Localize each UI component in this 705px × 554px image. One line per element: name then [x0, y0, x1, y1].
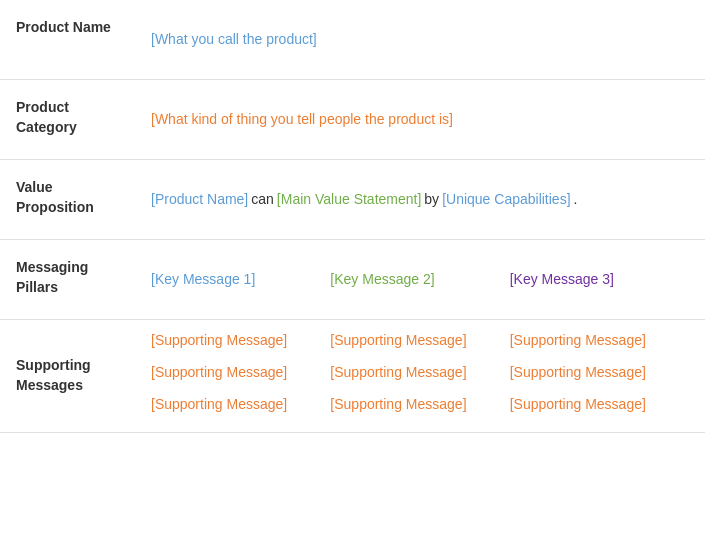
- product-category-row: Product Category [What kind of thing you…: [0, 80, 705, 160]
- vp-by: by: [424, 188, 439, 210]
- vp-main-value: [Main Value Statement]: [277, 188, 421, 210]
- vp-unique-cap: [Unique Capabilities]: [442, 188, 570, 210]
- pillar-1: [Key Message 1]: [151, 268, 330, 290]
- main-table: Product Name [What you call the product]…: [0, 0, 705, 433]
- supporting-3-3: [Supporting Message]: [510, 396, 689, 412]
- value-proposition-label: Value Proposition: [0, 160, 135, 239]
- supporting-1-3: [Supporting Message]: [510, 332, 689, 348]
- pillars-container: [Key Message 1] [Key Message 2] [Key Mes…: [151, 268, 689, 290]
- supporting-3-1: [Supporting Message]: [151, 396, 330, 412]
- supporting-row-2: [Supporting Message] [Supporting Message…: [151, 356, 689, 388]
- supporting-2-3: [Supporting Message]: [510, 364, 689, 380]
- value-proposition-value: [Product Name] can [Main Value Statement…: [135, 160, 705, 239]
- value-proposition-text: [Product Name] can [Main Value Statement…: [151, 188, 577, 210]
- supporting-row-3: [Supporting Message] [Supporting Message…: [151, 388, 689, 420]
- product-category-label: Product Category: [0, 80, 135, 159]
- supporting-2-2: [Supporting Message]: [330, 364, 509, 380]
- vp-product-name: [Product Name]: [151, 188, 248, 210]
- pillar-2: [Key Message 2]: [330, 268, 509, 290]
- messaging-pillars-row: Messaging Pillars [Key Message 1] [Key M…: [0, 240, 705, 320]
- product-name-value: [What you call the product]: [135, 0, 705, 79]
- product-name-row: Product Name [What you call the product]: [0, 0, 705, 80]
- vp-can: can: [251, 188, 274, 210]
- product-category-value: [What kind of thing you tell people the …: [135, 80, 705, 159]
- supporting-1-1: [Supporting Message]: [151, 332, 330, 348]
- supporting-2-1: [Supporting Message]: [151, 364, 330, 380]
- supporting-messages-row: Supporting Messages [Supporting Message]…: [0, 320, 705, 433]
- messaging-pillars-label: Messaging Pillars: [0, 240, 135, 319]
- product-category-placeholder: [What kind of thing you tell people the …: [151, 108, 453, 130]
- supporting-messages-section: [Supporting Message] [Supporting Message…: [151, 332, 689, 420]
- supporting-3-2: [Supporting Message]: [330, 396, 509, 412]
- product-name-placeholder: [What you call the product]: [151, 28, 317, 50]
- supporting-row-1: [Supporting Message] [Supporting Message…: [151, 332, 689, 356]
- supporting-messages-label: Supporting Messages: [0, 320, 135, 432]
- vp-period: .: [574, 188, 578, 210]
- product-name-label: Product Name: [0, 0, 135, 79]
- pillar-3: [Key Message 3]: [510, 268, 689, 290]
- supporting-1-2: [Supporting Message]: [330, 332, 509, 348]
- value-proposition-row: Value Proposition [Product Name] can [Ma…: [0, 160, 705, 240]
- supporting-messages-value: [Supporting Message] [Supporting Message…: [135, 320, 705, 432]
- messaging-pillars-value: [Key Message 1] [Key Message 2] [Key Mes…: [135, 240, 705, 319]
